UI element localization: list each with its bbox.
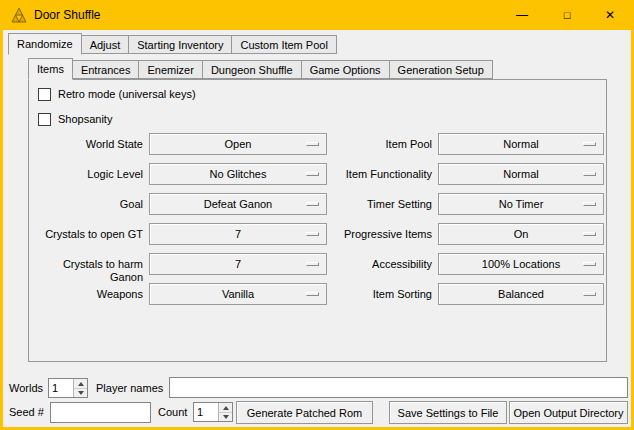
tab-generation-setup[interactable]: Generation Setup: [389, 60, 493, 79]
item-sorting-dropdown[interactable]: Balanced: [438, 283, 604, 305]
count-label: Count: [158, 406, 187, 419]
crystals-ganon-label: Crystals to harm Ganon: [29, 258, 143, 284]
worlds-spinbox[interactable]: [48, 378, 88, 398]
progressive-items-label: Progressive Items: [301, 228, 432, 241]
retro-mode-checkbox-row[interactable]: Retro mode (universal keys): [38, 86, 196, 102]
shopsanity-checkbox-row[interactable]: Shopsanity: [38, 111, 112, 127]
progressive-items-dropdown[interactable]: On: [438, 223, 604, 245]
titlebar[interactable]: Door Shuffle — □ ✕: [0, 0, 634, 30]
close-button[interactable]: ✕: [588, 1, 632, 29]
item-functionality-dropdown[interactable]: Normal: [438, 163, 604, 185]
minimize-button[interactable]: —: [500, 1, 544, 29]
dropdown-indicator-icon: [583, 202, 596, 206]
spin-up-icon[interactable]: [219, 403, 232, 412]
accessibility-label: Accessibility: [301, 258, 432, 271]
goal-value: Defeat Ganon: [204, 198, 273, 210]
weapons-value: Vanilla: [222, 288, 254, 300]
tab-game-options[interactable]: Game Options: [301, 60, 390, 79]
outer-tab-bar: Randomize Adjust Starting Inventory Cust…: [8, 33, 337, 54]
count-spinbox[interactable]: [193, 402, 233, 422]
item-sorting-value: Balanced: [498, 288, 544, 300]
app-window: Door Shuffle — □ ✕ Randomize Adjust Star…: [0, 0, 634, 430]
item-sorting-label: Item Sorting: [301, 288, 432, 301]
timer-setting-label: Timer Setting: [301, 198, 432, 211]
world-state-label: World State: [29, 138, 143, 151]
dropdown-indicator-icon: [583, 292, 596, 296]
spin-up-icon[interactable]: [74, 379, 87, 388]
timer-setting-value: No Timer: [499, 198, 544, 210]
items-pane: Retro mode (universal keys) Shopsanity W…: [28, 79, 607, 362]
open-output-directory-button[interactable]: Open Output Directory: [509, 401, 628, 424]
inner-tab-bar: Items Entrances Enemizer Dungeon Shuffle…: [28, 58, 493, 79]
crystals-gt-label: Crystals to open GT: [29, 228, 143, 241]
seed-input[interactable]: [50, 402, 151, 423]
triforce-icon[interactable]: [11, 7, 27, 23]
item-pool-label: Item Pool: [301, 138, 432, 151]
tab-adjust[interactable]: Adjust: [81, 35, 130, 54]
count-input[interactable]: [194, 403, 218, 421]
retro-mode-label: Retro mode (universal keys): [58, 88, 196, 100]
tab-enemizer[interactable]: Enemizer: [138, 60, 202, 79]
window-title: Door Shuffle: [34, 8, 101, 22]
item-pool-value: Normal: [503, 138, 538, 150]
dropdown-indicator-icon: [583, 232, 596, 236]
dropdown-indicator-icon: [583, 262, 596, 266]
spin-down-icon[interactable]: [219, 412, 232, 421]
worlds-label: Worlds: [9, 382, 43, 395]
save-settings-button[interactable]: Save Settings to File: [389, 401, 507, 424]
generate-patched-rom-button[interactable]: Generate Patched Rom: [236, 401, 373, 424]
world-state-value: Open: [225, 138, 252, 150]
logic-level-value: No Glitches: [210, 168, 267, 180]
spinner-buttons: [218, 403, 232, 421]
shopsanity-label: Shopsanity: [58, 113, 112, 125]
weapons-label: Weapons: [29, 288, 143, 301]
player-names-input[interactable]: [169, 377, 628, 398]
tab-dungeon-shuffle[interactable]: Dungeon Shuffle: [202, 60, 302, 79]
client-area: Randomize Adjust Starting Inventory Cust…: [3, 30, 631, 427]
tab-entrances[interactable]: Entrances: [72, 60, 140, 79]
logic-level-label: Logic Level: [29, 168, 143, 181]
checkbox-icon[interactable]: [38, 113, 51, 126]
spinner-buttons: [73, 379, 87, 397]
crystals-ganon-value: 7: [235, 258, 241, 270]
checkbox-icon[interactable]: [38, 88, 51, 101]
accessibility-value: 100% Locations: [482, 258, 560, 270]
progressive-items-value: On: [514, 228, 529, 240]
timer-setting-dropdown[interactable]: No Timer: [438, 193, 604, 215]
spin-down-icon[interactable]: [74, 388, 87, 397]
tab-items[interactable]: Items: [28, 58, 73, 80]
tab-randomize[interactable]: Randomize: [8, 33, 82, 55]
crystals-gt-value: 7: [235, 228, 241, 240]
goal-label: Goal: [29, 198, 143, 211]
seed-label: Seed #: [9, 406, 44, 419]
tab-starting-inventory[interactable]: Starting Inventory: [128, 35, 232, 54]
accessibility-dropdown[interactable]: 100% Locations: [438, 253, 604, 275]
dropdown-indicator-icon: [583, 142, 596, 146]
tab-custom-item-pool[interactable]: Custom Item Pool: [231, 35, 336, 54]
player-names-label: Player names: [96, 382, 163, 395]
item-functionality-label: Item Functionality: [301, 168, 432, 181]
item-functionality-value: Normal: [503, 168, 538, 180]
dropdown-indicator-icon: [583, 172, 596, 176]
worlds-input[interactable]: [49, 379, 73, 397]
maximize-button[interactable]: □: [545, 1, 589, 29]
item-pool-dropdown[interactable]: Normal: [438, 133, 604, 155]
